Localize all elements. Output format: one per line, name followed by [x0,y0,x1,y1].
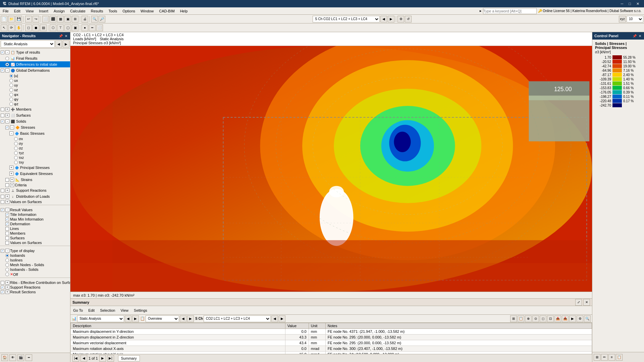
sum-tool-7[interactable]: 📤 [554,315,561,322]
radio-final[interactable] [5,57,9,60]
zoom-in[interactable]: 🔍 [91,16,98,22]
tree-criteria[interactable]: + Criteria [0,183,70,187]
next-lc[interactable]: ▶ [388,16,394,22]
render-btn-1[interactable]: ◻ [25,24,32,31]
legend-tool-2[interactable]: ✏ [601,354,608,361]
tree-support-reactions2[interactable]: ✓ + Support Reactions [0,285,70,290]
check-surfaces[interactable] [1,114,4,117]
summary-maximize-btn[interactable]: ⤢ [575,299,582,306]
sum-prev2[interactable]: ◀ [180,315,186,322]
iso-btn[interactable]: ⬡ [50,24,56,31]
tree-surfaces2[interactable]: Surfaces [0,236,70,240]
tree-type-display[interactable]: ✓ - Type of display [0,248,70,253]
menu-cad-bim[interactable]: CAD-BIM [156,7,177,15]
tree-sz[interactable]: σz [0,146,70,150]
tree-values-on-surf[interactable]: Values on Surfaces [0,240,70,245]
sum-next2[interactable]: ▶ [187,315,194,322]
exp-members[interactable]: + [5,107,9,111]
co-next[interactable]: ▶ [279,315,285,322]
radio-sz[interactable] [14,146,18,150]
undo-btn[interactable]: ↩ [25,16,32,22]
menu-view[interactable]: View [23,7,37,15]
radio-off[interactable] [5,273,9,276]
radio-u[interactable] [9,74,13,78]
radio-ux[interactable] [9,79,13,82]
select-btn[interactable]: ↖ [1,24,7,31]
sum-tool-6[interactable]: ⊡ [547,315,554,322]
top-btn[interactable]: ⊤ [57,24,64,31]
menu-file[interactable]: File [0,7,11,15]
pan-btn[interactable]: ✋ [15,24,22,31]
check-values-on-surf[interactable] [5,241,9,245]
tree-ux[interactable]: ux [0,78,70,83]
nav-prev[interactable]: ◀ [55,40,62,48]
sum-tool-5[interactable]: ◻ [540,315,546,322]
print-btn[interactable]: 🖨 [82,16,88,22]
tree-result-sections[interactable]: ✓ + Result Sections [0,290,70,294]
lc-combo[interactable]: S Ch CO2 LC1 + LC2 + LC3 + LC4 [313,16,380,22]
radio-isobands[interactable] [5,254,9,257]
exp-support[interactable]: + [5,188,9,192]
nav-home-btn[interactable]: 🏠 [1,354,8,361]
exp-criteria[interactable]: + [10,183,14,187]
nav-video-btn[interactable]: 🎬 [17,354,24,361]
tree-sy[interactable]: σy [0,141,70,146]
sum-tool-2[interactable]: 📋 [518,315,524,322]
check-criteria[interactable] [5,183,9,187]
check-strains[interactable] [5,178,9,182]
cp-pin-btn[interactable]: 📌 [632,34,637,38]
tree-deformation[interactable]: ✓ Deformation [0,222,70,226]
sum-tool-4[interactable]: ⊙ [532,315,539,322]
side-btn[interactable]: ▣ [72,24,78,31]
check-deformation[interactable]: ✓ [5,222,9,226]
radio-pz[interactable] [9,102,13,106]
menu-options[interactable]: Options [120,7,138,15]
radio-diff[interactable] [5,63,9,66]
radio-sx[interactable] [14,137,18,141]
tree-differences[interactable]: 📈 Differences to initial state [0,61,70,67]
nav-misc-btn[interactable]: ━ [25,354,32,361]
legend-tool-3[interactable]: ≡ [608,354,615,361]
check-type-results[interactable]: ✓ [1,51,4,54]
tree-lines[interactable]: Lines [0,226,70,231]
radio-px[interactable] [9,93,13,97]
view-btn-3[interactable]: ▦ [57,16,64,22]
check-ribs[interactable] [1,281,4,285]
exp-surfaces[interactable]: + [5,113,9,117]
tree-uy[interactable]: uy [0,83,70,87]
keyword-search-input[interactable] [483,8,537,14]
tree-stresses[interactable]: ✓ - 🔶 Stresses [0,124,70,130]
check-global-deform[interactable]: ✓ [1,69,4,72]
check-result-sections[interactable]: ✓ [1,290,4,294]
exp-values-surf[interactable]: + [5,200,9,204]
menu-results[interactable]: Results [88,7,106,15]
settings-btn2[interactable]: Settings [132,308,149,313]
open-btn[interactable]: 📁 [8,16,15,22]
axis-btn[interactable]: xyz [619,16,626,22]
nav-analysis-combo[interactable]: Static Analysis [1,40,55,48]
summary-close-btn[interactable]: ✕ [583,299,590,306]
edit-btn[interactable]: Edit [87,308,96,313]
summary-overview-combo[interactable]: Overview [146,315,179,322]
tree-members2[interactable]: Members [0,231,70,236]
nav-close-btn[interactable]: ✕ [64,34,68,38]
menu-tools[interactable]: Tools [106,7,120,15]
check-support2[interactable]: ✓ [1,286,4,289]
view-btn-2[interactable]: ⬛ [50,16,56,22]
tree-isobands[interactable]: Isobands [0,253,70,258]
node-btn[interactable]: ● [82,24,88,31]
front-btn[interactable]: ▢ [64,24,71,31]
check-values-surf[interactable] [1,200,4,204]
zoom-combo[interactable]: 10 [627,16,643,22]
save-btn[interactable]: 💾 [15,16,22,22]
tree-equiv-stresses[interactable]: + 🔷 Equivalent Stresses [0,171,70,177]
check-surfaces2[interactable] [5,236,9,240]
goto-btn[interactable]: Go To [72,308,84,313]
co-prev[interactable]: ◀ [271,315,278,322]
radio-txy[interactable] [14,161,18,164]
page-first[interactable]: |◀ [72,355,79,362]
sum-tool-1[interactable]: ⊞ [510,315,517,322]
member-btn[interactable]: ━ [89,24,96,31]
radio-mesh-nodes[interactable] [5,263,9,267]
check-solids[interactable]: ✓ [1,120,4,123]
